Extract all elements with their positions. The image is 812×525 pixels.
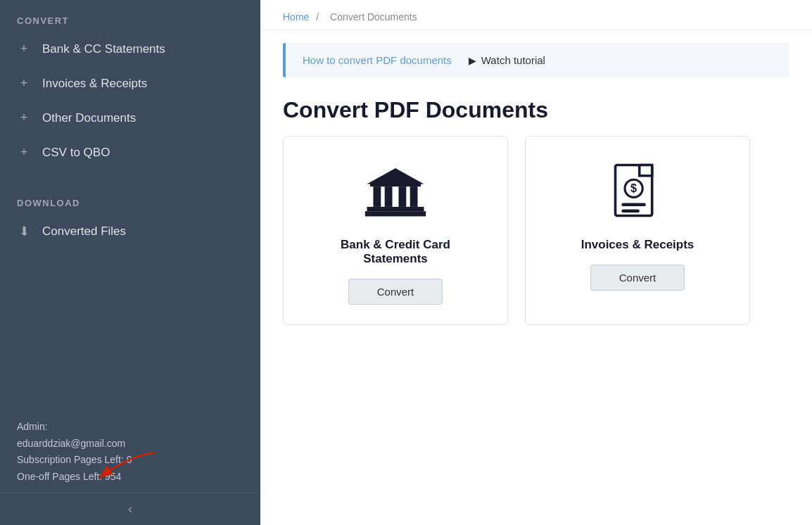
svg-rect-7 xyxy=(367,207,424,211)
svg-rect-6 xyxy=(410,186,418,207)
invoice-convert-button[interactable]: Convert xyxy=(590,265,685,291)
breadcrumb-separator: / xyxy=(316,11,319,23)
svg-rect-3 xyxy=(374,186,381,207)
sidebar-download-label: DOWNLOAD xyxy=(0,182,260,214)
main-content: Home / Convert Documents How to convert … xyxy=(260,0,812,525)
plus-icon-invoices: + xyxy=(17,76,31,91)
sidebar-item-csv-qbo[interactable]: + CSV to QBO xyxy=(0,135,260,170)
chevron-left-icon: ‹ xyxy=(128,502,132,517)
play-icon: ▶ xyxy=(469,55,476,66)
cards-container: Bank & Credit Card Statements Convert $ xyxy=(260,136,812,348)
svg-rect-12 xyxy=(622,203,646,207)
svg-marker-1 xyxy=(367,168,424,184)
sidebar: CONVERT + Bank & CC Statements + Invoice… xyxy=(0,0,260,525)
breadcrumb-current: Convert Documents xyxy=(330,11,417,23)
svg-rect-8 xyxy=(365,211,426,216)
sidebar-footer: Admin: eduarddziak@gmail.com Subscriptio… xyxy=(0,406,260,493)
watch-tutorial-link[interactable]: ▶ Watch tutorial xyxy=(469,54,545,66)
breadcrumb-home[interactable]: Home xyxy=(283,11,309,23)
sidebar-csv-label: CSV to QBO xyxy=(42,146,110,160)
watch-tutorial-label: Watch tutorial xyxy=(481,54,545,66)
sidebar-item-other-docs[interactable]: + Other Documents xyxy=(0,101,260,135)
download-icon: ⬇ xyxy=(17,224,31,239)
sidebar-item-bank-cc[interactable]: + Bank & CC Statements xyxy=(0,32,260,66)
info-banner: How to convert PDF documents ▶ Watch tut… xyxy=(283,43,789,77)
sidebar-converted-label: Converted Files xyxy=(42,224,126,239)
sidebar-invoices-label: Invoices & Receipts xyxy=(42,77,147,91)
sidebar-collapse-button[interactable]: ‹ xyxy=(0,493,260,525)
svg-text:$: $ xyxy=(630,182,637,194)
page-title: Convert PDF Documents xyxy=(260,77,812,136)
admin-email: eduarddziak@gmail.com xyxy=(17,438,125,449)
sidebar-item-invoices[interactable]: + Invoices & Receipts xyxy=(0,66,260,101)
oneoff-pages: One-off Pages Left: 954 xyxy=(17,469,243,486)
subscription-pages: Subscription Pages Left: 0 xyxy=(17,452,243,469)
plus-icon-csv: + xyxy=(17,145,31,160)
bank-icon xyxy=(364,162,427,225)
plus-icon-other: + xyxy=(17,110,31,125)
sidebar-item-converted-files[interactable]: ⬇ Converted Files xyxy=(0,214,260,249)
bank-card: Bank & Credit Card Statements Convert xyxy=(283,136,508,325)
svg-rect-4 xyxy=(385,186,393,207)
sidebar-bank-label: Bank & CC Statements xyxy=(42,42,165,56)
invoice-icon: $ xyxy=(606,162,669,225)
sidebar-convert-label: CONVERT xyxy=(0,0,260,32)
bank-convert-button[interactable]: Convert xyxy=(348,279,443,305)
invoice-card: $ Invoices & Receipts Convert xyxy=(525,136,750,325)
bank-card-title: Bank & Credit Card Statements xyxy=(341,238,450,266)
breadcrumb: Home / Convert Documents xyxy=(260,0,812,30)
invoice-card-title: Invoices & Receipts xyxy=(581,238,694,252)
plus-icon-bank: + xyxy=(17,42,31,56)
how-to-link[interactable]: How to convert PDF documents xyxy=(303,54,452,66)
admin-label: Admin: eduarddziak@gmail.com xyxy=(17,419,243,453)
svg-rect-13 xyxy=(622,210,640,213)
sidebar-other-label: Other Documents xyxy=(42,111,136,125)
svg-rect-5 xyxy=(399,186,407,207)
svg-rect-2 xyxy=(370,182,421,186)
